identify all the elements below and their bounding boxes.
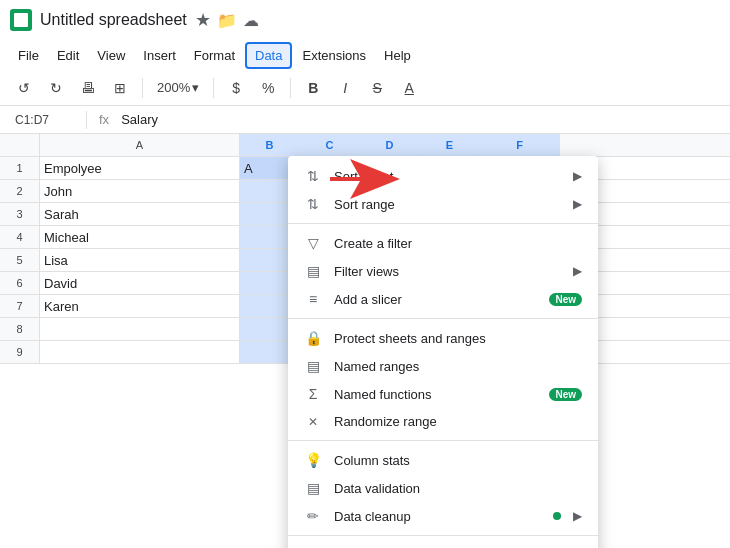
cell-6a[interactable]: David: [40, 272, 240, 294]
col-header-d[interactable]: D: [360, 134, 420, 156]
cell-9a[interactable]: [40, 341, 240, 363]
menu-file[interactable]: File: [10, 44, 47, 67]
arrow-indicator: [330, 159, 400, 202]
filter-views-arrow: ▶: [573, 264, 582, 278]
row-num-6: 6: [0, 272, 40, 294]
cell-4a[interactable]: Micheal: [40, 226, 240, 248]
formula-sep: [86, 111, 87, 129]
title-bar: Untitled spreadsheet ★ 📁 ☁: [0, 0, 730, 40]
star-icon[interactable]: ★: [195, 9, 211, 31]
dollar-button[interactable]: $: [222, 76, 250, 100]
cell-1a[interactable]: Empolyee: [40, 157, 240, 179]
row-num-7: 7: [0, 295, 40, 317]
cloud-icon[interactable]: ☁: [243, 11, 259, 30]
data-validation-icon: ▤: [304, 480, 322, 496]
title-icons: ★ 📁 ☁: [195, 9, 259, 31]
dropdown-sep1: [288, 223, 598, 224]
zoom-value: 200%: [157, 80, 190, 95]
dropdown-randomize[interactable]: ✕ Randomize range: [288, 408, 598, 435]
dropdown-sep4: [288, 535, 598, 536]
filter-views-label: Filter views: [334, 264, 561, 279]
menu-edit[interactable]: Edit: [49, 44, 87, 67]
cell-5a[interactable]: Lisa: [40, 249, 240, 271]
col-header-e[interactable]: E: [420, 134, 480, 156]
formula-bar: C1:D7 fx Salary: [0, 106, 730, 134]
dropdown-col-stats[interactable]: 💡 Column stats: [288, 446, 598, 474]
zoom-arrow: ▾: [192, 80, 199, 95]
data-cleanup-icon: ✏: [304, 508, 322, 524]
randomize-icon: ✕: [304, 415, 322, 429]
dropdown-sep3: [288, 440, 598, 441]
folder-icon[interactable]: 📁: [217, 11, 237, 30]
dropdown-split-text: ⊞ Split text to columns: [288, 541, 598, 548]
create-filter-icon: ▽: [304, 235, 322, 251]
row-num-1: 1: [0, 157, 40, 179]
print-button[interactable]: 🖶: [74, 76, 102, 100]
row-num-4: 4: [0, 226, 40, 248]
cell-2a[interactable]: John: [40, 180, 240, 202]
named-ranges-icon: ▤: [304, 358, 322, 374]
formula-value: Salary: [121, 112, 158, 127]
dropdown-named-functions[interactable]: Σ Named functions New: [288, 380, 598, 408]
underline-button[interactable]: A: [395, 76, 423, 100]
menu-help[interactable]: Help: [376, 44, 419, 67]
menu-extensions[interactable]: Extensions: [294, 44, 374, 67]
bold-button[interactable]: B: [299, 76, 327, 100]
add-slicer-badge: New: [549, 293, 582, 306]
col-header-b[interactable]: B: [240, 134, 300, 156]
randomize-label: Randomize range: [334, 414, 582, 429]
sheets-logo: [10, 9, 32, 31]
add-slicer-label: Add a slicer: [334, 292, 537, 307]
col-header-f[interactable]: F: [480, 134, 560, 156]
dropdown-filter-views[interactable]: ▤ Filter views ▶: [288, 257, 598, 285]
named-ranges-label: Named ranges: [334, 359, 582, 374]
named-functions-label: Named functions: [334, 387, 537, 402]
corner-cell: [0, 134, 40, 156]
undo-button[interactable]: ↺: [10, 76, 38, 100]
svg-marker-0: [330, 159, 400, 199]
menu-insert[interactable]: Insert: [135, 44, 184, 67]
cell-7a[interactable]: Karen: [40, 295, 240, 317]
menu-format[interactable]: Format: [186, 44, 243, 67]
cell-3a[interactable]: Sarah: [40, 203, 240, 225]
redo-button[interactable]: ↻: [42, 76, 70, 100]
dropdown-sep2: [288, 318, 598, 319]
cell-reference[interactable]: C1:D7: [8, 110, 78, 130]
named-functions-badge: New: [549, 388, 582, 401]
dropdown-add-slicer[interactable]: ≡ Add a slicer New: [288, 285, 598, 313]
zoom-control[interactable]: 200% ▾: [151, 78, 205, 97]
sort-sheet-arrow: ▶: [573, 169, 582, 183]
sort-range-arrow: ▶: [573, 197, 582, 211]
protect-label: Protect sheets and ranges: [334, 331, 582, 346]
data-validation-label: Data validation: [334, 481, 582, 496]
sort-range-icon: ⇅: [304, 196, 322, 212]
strikethrough-button[interactable]: S: [363, 76, 391, 100]
protect-icon: 🔒: [304, 330, 322, 346]
menu-view[interactable]: View: [89, 44, 133, 67]
toolbar: ↺ ↻ 🖶 ⊞ 200% ▾ $ % B I S A: [0, 70, 730, 106]
row-num-9: 9: [0, 341, 40, 363]
dropdown-protect[interactable]: 🔒 Protect sheets and ranges: [288, 324, 598, 352]
toolbar-sep1: [142, 78, 143, 98]
spreadsheet-title[interactable]: Untitled spreadsheet: [40, 11, 187, 29]
col-header-a[interactable]: A: [40, 134, 240, 156]
create-filter-label: Create a filter: [334, 236, 582, 251]
dropdown-named-ranges[interactable]: ▤ Named ranges: [288, 352, 598, 380]
data-cleanup-arrow: ▶: [573, 509, 582, 523]
italic-button[interactable]: I: [331, 76, 359, 100]
col-headers: A B C D E F: [0, 134, 730, 157]
sheet-area: A B C D E F 1 Empolyee A Hour 2 John ,00…: [0, 134, 730, 364]
percent-button[interactable]: %: [254, 76, 282, 100]
filter-views-icon: ▤: [304, 263, 322, 279]
col-stats-icon: 💡: [304, 452, 322, 468]
dropdown-data-cleanup[interactable]: ✏ Data cleanup ▶: [288, 502, 598, 530]
col-header-c[interactable]: C: [300, 134, 360, 156]
format-button[interactable]: ⊞: [106, 76, 134, 100]
cell-8a[interactable]: [40, 318, 240, 340]
dropdown-data-validation[interactable]: ▤ Data validation: [288, 474, 598, 502]
menu-data[interactable]: Data: [245, 42, 292, 69]
dropdown-create-filter[interactable]: ▽ Create a filter: [288, 229, 598, 257]
row-num-8: 8: [0, 318, 40, 340]
data-cleanup-label: Data cleanup: [334, 509, 541, 524]
row-num-2: 2: [0, 180, 40, 202]
